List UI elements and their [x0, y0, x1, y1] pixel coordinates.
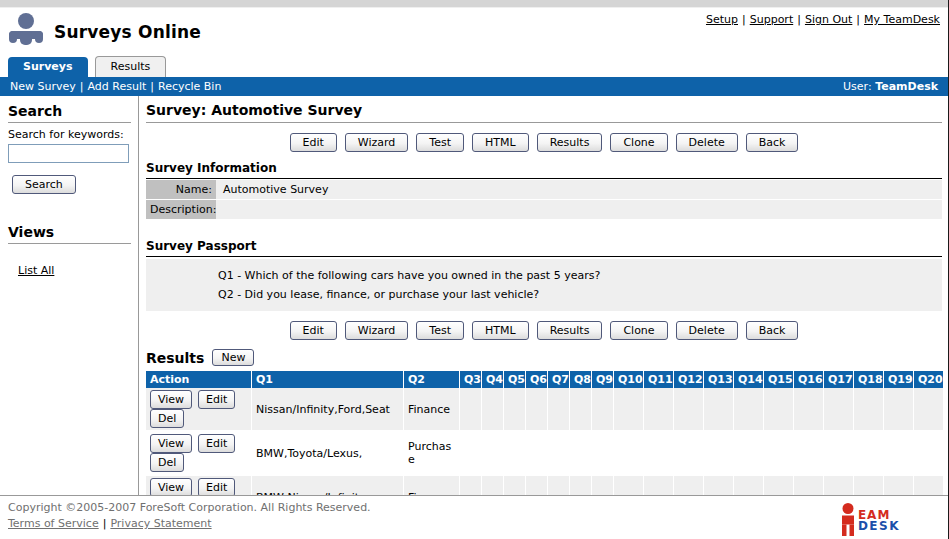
result-empty-cell — [914, 388, 944, 432]
result-empty-cell — [482, 432, 504, 476]
result-empty-cell — [570, 388, 592, 432]
column-header-q3: Q3 — [460, 371, 482, 388]
top-link-my-teamdesk[interactable]: My TeamDesk — [864, 13, 940, 26]
top-link-setup[interactable]: Setup — [706, 13, 738, 26]
result-empty-cell — [914, 432, 944, 476]
footer-link-terms-of-service[interactable]: Terms of Service — [8, 517, 99, 530]
footer-text: Copyright ©2005-2007 ForeSoft Corporatio… — [8, 501, 371, 539]
back-button[interactable]: Back — [746, 321, 799, 340]
column-header-q18: Q18 — [854, 371, 884, 388]
survey-information-rows: Name:Automotive SurveyDescription: — [146, 180, 942, 219]
top-link-sign-out[interactable]: Sign Out — [805, 13, 852, 26]
column-header-q14: Q14 — [734, 371, 764, 388]
result-row-2: ViewEditDelBMW,Toyota/Lexus,Purchase — [146, 432, 944, 476]
result-empty-cell — [794, 388, 824, 432]
edit-result-button[interactable]: Edit — [198, 390, 235, 409]
top-link-support[interactable]: Support — [750, 13, 793, 26]
nav-link-new-survey[interactable]: New Survey — [10, 80, 76, 93]
back-button[interactable]: Back — [746, 133, 799, 152]
result-empty-cell — [734, 432, 764, 476]
new-result-button[interactable]: New — [212, 349, 254, 366]
result-empty-cell — [548, 432, 570, 476]
sidebar-link-list-all[interactable]: List All — [18, 264, 54, 277]
results-table-body: ViewEditDelNissan/Infinity,Ford,SeatFina… — [146, 388, 944, 495]
clone-button[interactable]: Clone — [610, 133, 667, 152]
column-header-q17: Q17 — [824, 371, 854, 388]
app-title: Surveys Online — [54, 22, 201, 42]
results-button[interactable]: Results — [537, 321, 603, 340]
content: Search Search for keywords: Search Views… — [0, 96, 948, 495]
result-empty-cell — [482, 388, 504, 432]
column-header-q19: Q19 — [884, 371, 914, 388]
nav-link-recycle-bin[interactable]: Recycle Bin — [158, 80, 221, 93]
column-header-q6: Q6 — [526, 371, 548, 388]
column-header-q10: Q10 — [614, 371, 644, 388]
result-empty-cell — [592, 476, 614, 495]
result-empty-cell — [644, 432, 674, 476]
separator: | — [852, 13, 864, 26]
del-result-button[interactable]: Del — [150, 453, 184, 472]
footer-links: Terms of Service|Privacy Statement — [8, 517, 371, 530]
tab-results[interactable]: Results — [95, 56, 167, 77]
result-empty-cell — [704, 388, 734, 432]
results-header-row: ActionQ1Q2Q3Q4Q5Q6Q7Q8Q9Q10Q11Q12Q13Q14Q… — [146, 371, 944, 388]
tab-surveys[interactable]: Surveys — [8, 57, 88, 77]
result-q1-cell: BMW,Nissan/Infinity, — [252, 476, 404, 495]
edit-button[interactable]: Edit — [290, 321, 337, 340]
view-result-button[interactable]: View — [150, 390, 192, 409]
delete-button[interactable]: Delete — [676, 133, 738, 152]
wizard-button[interactable]: Wizard — [345, 321, 409, 340]
result-q2-cell: Finance — [404, 388, 460, 432]
result-empty-cell — [548, 388, 570, 432]
del-result-button[interactable]: Del — [150, 409, 184, 428]
result-empty-cell — [824, 388, 854, 432]
result-empty-cell — [704, 476, 734, 495]
result-q1-cell: BMW,Toyota/Lexus, — [252, 432, 404, 476]
survey-information-heading: Survey Information — [146, 161, 942, 179]
results-table: ActionQ1Q2Q3Q4Q5Q6Q7Q8Q9Q10Q11Q12Q13Q14Q… — [146, 371, 944, 495]
result-empty-cell — [504, 388, 526, 432]
result-empty-cell — [644, 476, 674, 495]
result-empty-cell — [854, 388, 884, 432]
passport-question-1: Q1 - Which of the following cars have yo… — [218, 266, 936, 285]
info-row: Name:Automotive Survey — [146, 180, 942, 199]
nav-link-add-result[interactable]: Add Result — [87, 80, 146, 93]
footer-link-privacy-statement[interactable]: Privacy Statement — [110, 517, 211, 530]
views-heading: Views — [8, 224, 131, 244]
results-button[interactable]: Results — [537, 133, 603, 152]
column-header-q8: Q8 — [570, 371, 592, 388]
search-heading: Search — [8, 103, 131, 123]
survey-actions-bottom: EditWizardTestHTMLResultsCloneDeleteBack — [146, 321, 942, 340]
view-result-button[interactable]: View — [150, 478, 192, 495]
survey-passport-heading: Survey Passport — [146, 239, 942, 257]
edit-button[interactable]: Edit — [290, 133, 337, 152]
delete-button[interactable]: Delete — [676, 321, 738, 340]
edit-result-button[interactable]: Edit — [198, 478, 235, 495]
result-empty-cell — [824, 476, 854, 495]
clone-button[interactable]: Clone — [610, 321, 667, 340]
view-result-button[interactable]: View — [150, 434, 192, 453]
result-empty-cell — [674, 432, 704, 476]
html-button[interactable]: HTML — [472, 321, 529, 340]
survey-passport-box: Q1 - Which of the following cars have yo… — [146, 259, 942, 311]
column-header-q12: Q12 — [674, 371, 704, 388]
search-button[interactable]: Search — [12, 175, 76, 194]
result-empty-cell — [460, 432, 482, 476]
html-button[interactable]: HTML — [472, 133, 529, 152]
info-value-description- — [216, 200, 942, 219]
result-empty-cell — [884, 388, 914, 432]
results-heading: Results — [146, 350, 204, 366]
edit-result-button[interactable]: Edit — [198, 434, 235, 453]
result-q1-cell: Nissan/Infinity,Ford,Seat — [252, 388, 404, 432]
result-empty-cell — [764, 476, 794, 495]
search-input[interactable] — [8, 144, 129, 163]
test-button[interactable]: Test — [416, 321, 464, 340]
result-row-1: ViewEditDelNissan/Infinity,Ford,SeatFina… — [146, 388, 944, 432]
result-empty-cell — [526, 388, 548, 432]
info-row: Description: — [146, 200, 942, 219]
result-q2-cell: Finance — [404, 476, 460, 495]
wizard-button[interactable]: Wizard — [345, 133, 409, 152]
result-empty-cell — [734, 388, 764, 432]
test-button[interactable]: Test — [416, 133, 464, 152]
result-empty-cell — [794, 476, 824, 495]
